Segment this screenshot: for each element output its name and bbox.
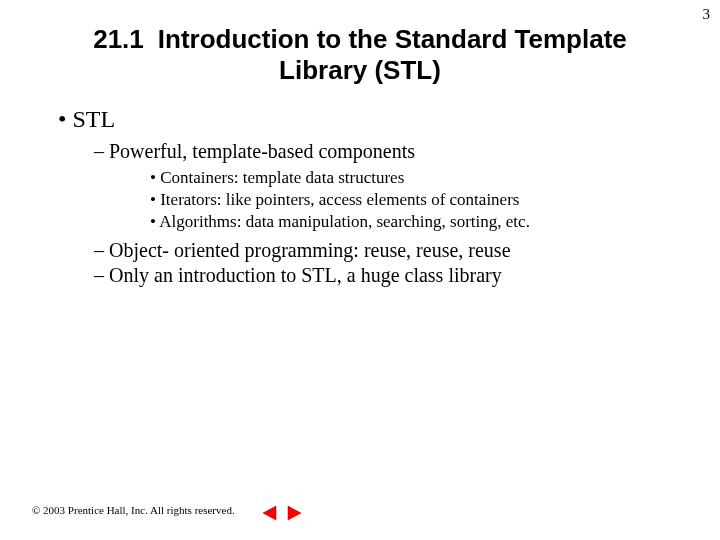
- list-item-label: STL: [72, 106, 115, 132]
- svg-marker-0: [263, 506, 276, 520]
- next-arrow-icon[interactable]: [286, 505, 302, 521]
- copyright-footer: © 2003 Prentice Hall, Inc. All rights re…: [32, 504, 235, 516]
- list-item-label: Algorithms: data manipulation, searching…: [159, 212, 530, 231]
- list-item-label: Only an introduction to STL, a huge clas…: [109, 264, 502, 286]
- list-item: Iterators: like pointers, access element…: [150, 189, 672, 211]
- list-item-label: Powerful, template-based components: [109, 140, 415, 162]
- list-item: Containers: template data structures: [150, 167, 672, 189]
- bullet-list-level3: Containers: template data structures Ite…: [94, 167, 672, 233]
- slide-title: 21.1Introduction to the Standard Templat…: [48, 24, 672, 86]
- bullet-list-level2: Powerful, template-based components Cont…: [58, 139, 672, 288]
- bullet-list-level1: STL Powerful, template-based components …: [48, 106, 672, 296]
- list-item: STL Powerful, template-based components …: [58, 106, 672, 296]
- list-item: Algorithms: data manipulation, searching…: [150, 211, 672, 233]
- list-item-label: Iterators: like pointers, access element…: [160, 190, 519, 209]
- page-number: 3: [703, 6, 711, 23]
- title-section-number: 21.1: [93, 24, 144, 54]
- prev-arrow-icon[interactable]: [262, 505, 278, 521]
- title-text: Introduction to the Standard Template Li…: [158, 24, 627, 85]
- list-item: Only an introduction to STL, a huge clas…: [94, 263, 672, 288]
- list-item: Object- oriented programming: reuse, reu…: [94, 238, 672, 263]
- list-item-label: Containers: template data structures: [160, 168, 404, 187]
- slide: 3 21.1Introduction to the Standard Templ…: [0, 0, 720, 540]
- nav-arrows: [262, 505, 302, 521]
- svg-marker-1: [288, 506, 301, 520]
- list-item-label: Object- oriented programming: reuse, reu…: [109, 239, 511, 261]
- list-item: Powerful, template-based components Cont…: [94, 139, 672, 238]
